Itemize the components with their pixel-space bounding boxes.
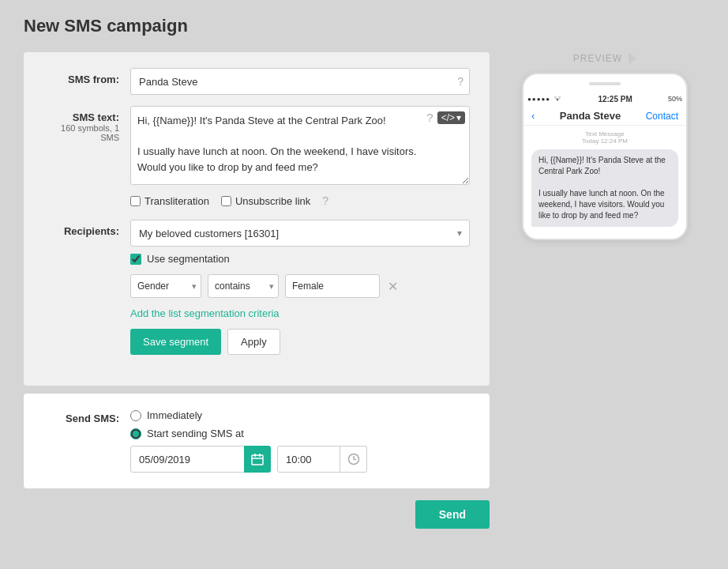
battery-status: 50% (668, 95, 682, 103)
phone-nav-bar: ‹ Panda Steve Contact (523, 107, 686, 126)
segmentation-section: Use segmentation Gender (130, 253, 470, 355)
message-text-line1: Hi, {{Name}}! It's Panda Steve at the Ce… (538, 156, 666, 175)
send-sms-section: Send SMS: Immediately Start sending SMS … (24, 394, 490, 488)
transliteration-checkbox[interactable] (130, 196, 141, 206)
use-segmentation-label: Use segmentation (147, 253, 230, 265)
help-icon[interactable]: ? (457, 75, 463, 88)
checkbox-row: Transliteration Unsubscribe link ? (130, 194, 470, 207)
phone-mockup: ●●●●● 12:25 PM 50% ‹ (522, 73, 688, 240)
form-panel: SMS from: ? SMS text: 160 symbols, 1 SMS (24, 52, 490, 386)
page-title: New SMS campaign (24, 16, 704, 36)
send-sms-row: Send SMS: Immediately Start sending SMS … (43, 409, 470, 473)
bottom-actions: Send (24, 500, 490, 529)
svg-rect-0 (252, 455, 263, 465)
datetime-row (130, 446, 470, 473)
wifi-icon (553, 94, 562, 104)
gender-filter-select[interactable]: Gender (130, 274, 201, 298)
unsubscribe-checkbox-label[interactable]: Unsubscribe link (221, 195, 310, 207)
nav-contact-link: Contact (646, 111, 678, 122)
sms-text-sublabel: 160 symbols, 1 SMS (43, 123, 119, 142)
clock-icon (347, 453, 360, 465)
sms-from-row: SMS from: ? (43, 68, 470, 95)
filter-value-input[interactable] (285, 274, 380, 298)
unsubscribe-label: Unsubscribe link (235, 195, 310, 207)
filter-remove-button[interactable]: ✕ (386, 277, 400, 296)
message-type: Text Message (531, 130, 678, 138)
preview-arrow[interactable] (629, 52, 636, 65)
sms-text-label: SMS text: 160 symbols, 1 SMS (43, 106, 130, 142)
save-segment-button[interactable]: Save segment (130, 329, 221, 355)
send-sms-options: Immediately Start sending SMS at (130, 409, 470, 473)
segment-actions: Save segment Apply (130, 329, 470, 355)
nav-back-arrow: ‹ (531, 110, 535, 122)
send-button[interactable]: Send (415, 500, 490, 529)
message-area: Text Message Today 12:24 PM Hi, {{Name}}… (523, 130, 686, 227)
recipients-row: Recipients: My beloved customers [16301]… (43, 220, 470, 355)
recipients-label: Recipients: (43, 220, 130, 237)
start-sending-radio-row: Start sending SMS at (130, 428, 470, 439)
calendar-icon (251, 453, 264, 465)
immediately-label: Immediately (147, 409, 202, 421)
send-sms-label: Send SMS: (43, 409, 130, 424)
unsubscribe-help-icon[interactable]: ? (322, 194, 328, 207)
chevron-icon: ▾ (456, 112, 461, 123)
code-icon: </> (441, 112, 455, 123)
preview-panel: PREVIEW ●●●●● (505, 52, 704, 240)
recipients-select[interactable]: My beloved customers [16301] (130, 220, 470, 247)
use-segmentation-checkbox[interactable] (130, 254, 141, 265)
date-input-wrap (130, 446, 271, 473)
time-input-wrap (277, 446, 367, 473)
apply-button[interactable]: Apply (227, 329, 280, 355)
segmentation-filters: Gender contains ✕ (130, 274, 470, 298)
textarea-icons: ? </> ▾ (426, 111, 465, 124)
sms-text-control: Hi, {{Name}}! It's Panda Steve at the Ce… (130, 106, 470, 209)
message-text-line2: I usually have lunch at noon. On the wee… (538, 189, 665, 220)
sms-help-icon[interactable]: ? (426, 111, 433, 124)
add-criteria-link[interactable]: Add the list segmentation criteria (130, 307, 470, 319)
sms-text-input[interactable]: Hi, {{Name}}! It's Panda Steve at the Ce… (130, 106, 470, 185)
status-left: ●●●●● (527, 94, 562, 104)
clock-button[interactable] (340, 446, 367, 473)
unsubscribe-checkbox[interactable] (221, 196, 231, 206)
textarea-wrap: Hi, {{Name}}! It's Panda Steve at the Ce… (130, 106, 470, 188)
transliteration-label: Transliteration (144, 195, 209, 207)
gender-filter-wrap: Gender (130, 274, 201, 298)
message-time: Today 12:24 PM (531, 138, 678, 145)
date-input[interactable] (130, 446, 245, 473)
time-input[interactable] (277, 446, 340, 473)
start-sending-label: Start sending SMS at (147, 428, 244, 439)
close-icon: ✕ (388, 279, 398, 294)
preview-title: PREVIEW (573, 53, 622, 64)
preview-header: PREVIEW (573, 52, 636, 65)
phone-status-bar: ●●●●● 12:25 PM 50% (523, 94, 686, 104)
start-sending-radio[interactable] (130, 428, 141, 439)
phone-speaker (589, 82, 621, 85)
recipients-control: My beloved customers [16301] Use segment… (130, 220, 470, 355)
signal-dots: ●●●●● (527, 96, 550, 103)
code-icon-btn[interactable]: </> ▾ (437, 111, 465, 124)
contains-filter-select[interactable]: contains (208, 274, 279, 298)
sms-text-row: SMS text: 160 symbols, 1 SMS Hi, {{Name}… (43, 106, 470, 209)
immediately-radio[interactable] (130, 410, 141, 421)
recipients-select-wrap: My beloved customers [16301] (130, 220, 470, 247)
phone-top (523, 82, 686, 89)
contains-filter-wrap: contains (208, 274, 279, 298)
phone-time: 12:25 PM (598, 95, 632, 104)
sms-from-control: ? (130, 68, 470, 95)
use-segmentation-row: Use segmentation (130, 253, 470, 265)
message-meta: Text Message Today 12:24 PM (531, 130, 678, 145)
calendar-button[interactable] (244, 446, 271, 473)
nav-contact-name: Panda Steve (560, 110, 621, 122)
message-bubble: Hi, {{Name}}! It's Panda Steve at the Ce… (531, 149, 678, 227)
sms-from-input[interactable] (130, 68, 470, 95)
transliteration-checkbox-label[interactable]: Transliteration (130, 195, 209, 207)
immediately-radio-row: Immediately (130, 409, 470, 421)
sms-from-label: SMS from: (43, 68, 130, 85)
